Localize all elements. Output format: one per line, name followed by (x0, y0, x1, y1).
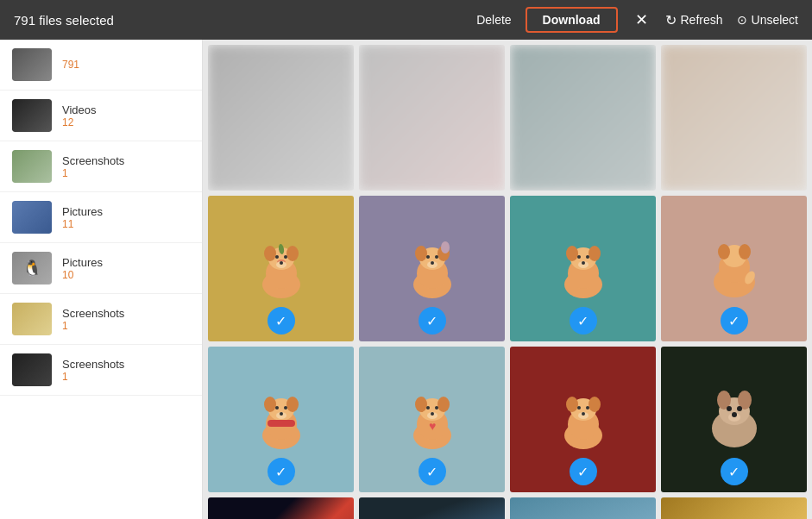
svg-point-24 (566, 246, 578, 261)
image-bg-0-3 (661, 45, 807, 191)
corgi-mauve-svg (398, 234, 467, 303)
sidebar-item-videos[interactable]: Videos 12 (0, 91, 202, 141)
svg-point-33 (718, 244, 730, 260)
svg-point-17 (435, 255, 438, 259)
delete-button[interactable]: Delete (476, 13, 511, 27)
image-bg-3-2 (510, 497, 656, 519)
corgi-red-svg (549, 385, 618, 454)
sidebar-thumb-6 (12, 353, 52, 386)
svg-point-59 (566, 397, 578, 412)
svg-point-40 (286, 397, 299, 412)
main-layout: 791 Videos 12 Screenshots 1 (0, 40, 812, 519)
image-cell-0-3[interactable] (661, 45, 807, 191)
image-cell-1-1[interactable]: ✓ (359, 196, 505, 341)
svg-point-34 (739, 244, 751, 260)
unselect-icon: ⊙ (737, 13, 747, 27)
image-cell-0-0[interactable] (208, 45, 354, 191)
check-badge-2-3: ✓ (721, 458, 748, 485)
sidebar-label-5: Screenshots (62, 307, 124, 320)
image-cell-1-2[interactable]: ✓ (510, 196, 656, 341)
sidebar-thumb-1 (12, 99, 52, 132)
dog-dark-svg (700, 381, 769, 459)
check-badge-2-0: ✓ (268, 458, 295, 485)
corgi-yellow-svg (247, 234, 316, 303)
sidebar-thumb-3 (12, 201, 52, 234)
svg-point-25 (589, 246, 601, 261)
svg-point-3 (264, 246, 276, 261)
svg-point-62 (586, 406, 589, 410)
image-cell-2-2[interactable]: ✓ (510, 347, 656, 492)
sidebar: 791 Videos 12 Screenshots 1 (0, 40, 203, 519)
image-bg-3-3: FINE GOLD (661, 497, 807, 519)
svg-point-6 (284, 255, 287, 259)
svg-point-49 (415, 397, 427, 412)
content-area: ✓ (203, 40, 812, 519)
refresh-icon: ↻ (665, 12, 677, 28)
sidebar-count-2: 1 (62, 167, 124, 179)
image-cell-2-0[interactable]: ✓ (208, 347, 354, 492)
sidebar-thumb-0 (12, 48, 52, 81)
svg-point-72 (732, 412, 737, 417)
refresh-button[interactable]: ↻ Refresh (665, 12, 723, 28)
selected-count-label: 791 files selected (14, 13, 463, 28)
svg-point-20 (441, 241, 450, 253)
sidebar-item-pictures-2[interactable]: 🐧 Pictures 10 (0, 243, 202, 294)
image-bg-0-1 (359, 45, 505, 191)
image-cell-3-3[interactable]: FINE GOLD ✓ (661, 497, 807, 519)
corgi-ltblue-svg (247, 385, 316, 454)
sidebar-label-2: Screenshots (62, 154, 124, 167)
corgi-teal-svg (549, 234, 618, 303)
svg-point-26 (577, 255, 581, 259)
svg-rect-45 (268, 420, 295, 427)
sidebar-item-screenshots-3[interactable]: Screenshots 1 (0, 345, 202, 396)
svg-point-27 (586, 255, 589, 259)
image-cell-3-1[interactable]: ✓ (359, 497, 505, 519)
sidebar-item-screenshots-1[interactable]: Screenshots 1 (0, 141, 202, 192)
check-badge-2-1: ✓ (419, 458, 446, 485)
svg-point-60 (589, 397, 601, 412)
image-cell-0-1[interactable] (359, 45, 505, 191)
sidebar-item-all[interactable]: 791 (0, 40, 202, 91)
svg-point-69 (727, 406, 732, 411)
unselect-button[interactable]: ⊙ Unselect (737, 13, 798, 27)
sidebar-item-screenshots-2[interactable]: Screenshots 1 (0, 294, 202, 345)
image-bg-0-0 (208, 45, 354, 191)
svg-point-52 (435, 406, 438, 410)
image-bg-3-1 (359, 497, 505, 519)
download-button[interactable]: Download (526, 7, 618, 33)
sidebar-item-pictures-1[interactable]: Pictures 11 (0, 192, 202, 243)
image-cell-1-0[interactable]: ✓ (208, 196, 354, 341)
image-cell-1-3[interactable]: ✓ (661, 196, 807, 341)
svg-point-50 (437, 397, 450, 412)
sidebar-count-4: 10 (62, 269, 103, 281)
svg-point-64 (582, 412, 585, 416)
image-cell-2-1[interactable]: ♥ ✓ (359, 347, 505, 492)
svg-point-29 (582, 261, 585, 265)
svg-point-16 (426, 255, 430, 259)
sidebar-thumb-4: 🐧 (12, 252, 52, 285)
svg-point-42 (284, 406, 287, 410)
svg-point-51 (426, 406, 430, 410)
sidebar-thumb-5 (12, 303, 52, 335)
sidebar-thumb-2 (12, 150, 52, 183)
close-button[interactable]: ✕ (632, 10, 651, 29)
image-cell-3-2[interactable]: ✓ (510, 497, 656, 519)
image-bg-0-2 (510, 45, 656, 191)
image-cell-2-3[interactable]: ✓ (661, 347, 807, 492)
svg-point-9 (280, 261, 283, 265)
image-cell-0-2[interactable] (510, 45, 656, 191)
sidebar-label-1: Videos (62, 103, 97, 116)
sidebar-label-6: Screenshots (62, 358, 124, 371)
svg-point-5 (275, 255, 279, 259)
svg-point-44 (280, 412, 283, 416)
image-cell-3-0[interactable]: ✓ (208, 497, 354, 519)
check-badge-2-2: ✓ (570, 458, 597, 485)
sidebar-count-1: 12 (62, 116, 97, 128)
top-bar: 791 files selected Delete Download ✕ ↻ R… (0, 0, 812, 40)
check-badge-1-0: ✓ (268, 307, 295, 335)
svg-text:♥: ♥ (429, 419, 436, 433)
sidebar-count-6: 1 (62, 371, 124, 383)
sidebar-label-3: Pictures (62, 205, 103, 218)
sidebar-count-5: 1 (62, 320, 124, 332)
svg-point-4 (286, 246, 299, 261)
